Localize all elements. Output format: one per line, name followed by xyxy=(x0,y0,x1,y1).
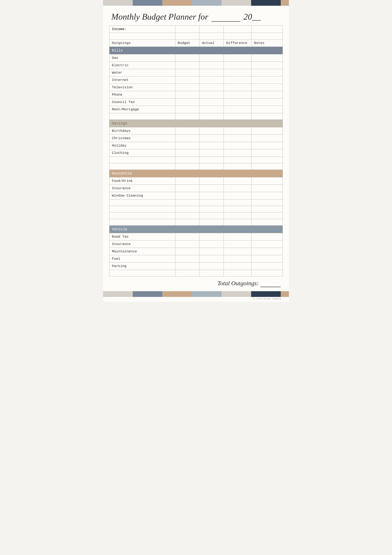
color-seg-1 xyxy=(103,0,133,6)
row-insurance-household: Insurance xyxy=(109,185,283,192)
category-household: Household xyxy=(109,170,283,177)
color-seg-2 xyxy=(133,0,162,6)
bottom-color-bar xyxy=(103,291,289,297)
budget-table: Income: Outgoings Budget Actual Differen… xyxy=(109,25,283,277)
category-vehicle: Vehicle xyxy=(109,226,283,233)
row-parking: Parking xyxy=(109,263,283,270)
television-label: Television xyxy=(109,84,175,91)
bot-color-seg-2 xyxy=(133,291,162,297)
council-tax-label: Council Tax xyxy=(109,98,175,106)
top-color-bar xyxy=(103,0,289,6)
color-seg-3 xyxy=(162,0,192,6)
row-food-drink: Food/Drink xyxy=(109,177,283,185)
bot-color-seg-3 xyxy=(162,291,192,297)
row-gas: Gas xyxy=(109,54,283,62)
rent-mortgage-label: Rent/Mortgage xyxy=(109,106,175,113)
row-rent-mortgage: Rent/Mortgage xyxy=(109,106,283,113)
row-birthdays: Birthdays xyxy=(109,127,283,135)
income-actual[interactable] xyxy=(200,26,224,33)
bot-color-seg-7 xyxy=(281,291,289,297)
household-empty-1 xyxy=(109,199,283,206)
color-seg-5 xyxy=(221,0,251,6)
savings-empty-1 xyxy=(109,157,283,163)
col-outgoings: Outgoings xyxy=(109,39,175,47)
row-insurance-vehicle: Insurance xyxy=(109,241,283,248)
total-area: Total Outgoings: xyxy=(103,277,289,289)
color-seg-7 xyxy=(281,0,289,6)
gas-notes[interactable] xyxy=(251,54,283,62)
color-seg-4 xyxy=(192,0,221,6)
bot-color-seg-4 xyxy=(192,291,221,297)
income-label: Income: xyxy=(109,26,175,33)
phone-label: Phone xyxy=(109,91,175,98)
row-internet: Internet xyxy=(109,76,283,84)
gas-actual[interactable] xyxy=(200,54,224,62)
water-label: Water xyxy=(109,69,175,76)
household-empty-3 xyxy=(109,212,283,219)
row-fuel: Fuel xyxy=(109,255,283,263)
clothing-label: Clothing xyxy=(109,149,175,157)
col-actual: Actual xyxy=(200,39,224,47)
income-notes[interactable] xyxy=(251,26,283,33)
row-window-cleaning: Window Cleaning xyxy=(109,192,283,199)
copyright-text: © KAYLEIGH MARIE xyxy=(103,297,289,302)
savings-label: Savings xyxy=(109,120,283,127)
bills-label: Bills xyxy=(109,47,283,54)
row-holiday: Holiday xyxy=(109,142,283,149)
internet-label: Internet xyxy=(109,76,175,84)
col-difference: Difference xyxy=(224,39,251,47)
color-seg-6 xyxy=(251,0,281,6)
birthdays-label: Birthdays xyxy=(109,127,175,135)
row-council-tax: Council Tax xyxy=(109,98,283,106)
row-phone: Phone xyxy=(109,91,283,98)
title-text: Monthly Budget Planner for xyxy=(111,12,208,22)
insurance-household-label: Insurance xyxy=(109,185,175,192)
window-cleaning-label: Window Cleaning xyxy=(109,192,175,199)
month-blank[interactable] xyxy=(212,11,240,22)
savings-empty-2 xyxy=(109,163,283,170)
category-savings: Savings xyxy=(109,120,283,127)
vehicle-empty-1 xyxy=(109,270,283,277)
year-blank[interactable]: __ xyxy=(252,12,261,22)
income-row: Income: xyxy=(109,26,283,33)
total-label: Total Outgoings: xyxy=(217,280,281,286)
bot-color-seg-5 xyxy=(221,291,251,297)
row-electric: Electric xyxy=(109,62,283,69)
row-maintainence: Maintainence xyxy=(109,248,283,255)
income-diff[interactable] xyxy=(224,26,251,33)
household-empty-4 xyxy=(109,219,283,226)
holiday-label: Holiday xyxy=(109,142,175,149)
page: Monthly Budget Planner for 20__ Income: xyxy=(103,0,289,302)
spacer-row xyxy=(109,33,283,39)
row-water: Water xyxy=(109,69,283,76)
total-blank[interactable] xyxy=(260,280,281,287)
fuel-label: Fuel xyxy=(109,255,175,263)
gas-diff[interactable] xyxy=(224,54,251,62)
gas-budget[interactable] xyxy=(175,54,200,62)
household-empty-2 xyxy=(109,206,283,212)
bot-color-seg-1 xyxy=(103,291,133,297)
gas-label: Gas xyxy=(109,54,175,62)
christmas-label: Christmas xyxy=(109,135,175,142)
bills-empty-1 xyxy=(109,113,283,120)
row-clothing: Clothing xyxy=(109,149,283,157)
year-prefix: 20 xyxy=(243,12,252,22)
category-bills: Bills xyxy=(109,47,283,54)
electric-label: Electric xyxy=(109,62,175,69)
income-budget[interactable] xyxy=(175,26,200,33)
row-road-tax: Road Tax xyxy=(109,233,283,241)
col-budget: Budget xyxy=(175,39,200,47)
row-christmas: Christmas xyxy=(109,135,283,142)
bot-color-seg-6 xyxy=(251,291,281,297)
household-label: Household xyxy=(109,170,283,177)
food-drink-label: Food/Drink xyxy=(109,177,175,185)
road-tax-label: Road Tax xyxy=(109,233,175,241)
page-title: Monthly Budget Planner for 20__ xyxy=(103,6,289,25)
vehicle-label: Vehicle xyxy=(109,226,283,233)
parking-label: Parking xyxy=(109,263,175,270)
row-television: Television xyxy=(109,84,283,91)
insurance-vehicle-label: Insurance xyxy=(109,241,175,248)
column-header-row: Outgoings Budget Actual Difference Notes xyxy=(109,39,283,47)
maintainence-label: Maintainence xyxy=(109,248,175,255)
col-notes: Notes xyxy=(251,39,283,47)
